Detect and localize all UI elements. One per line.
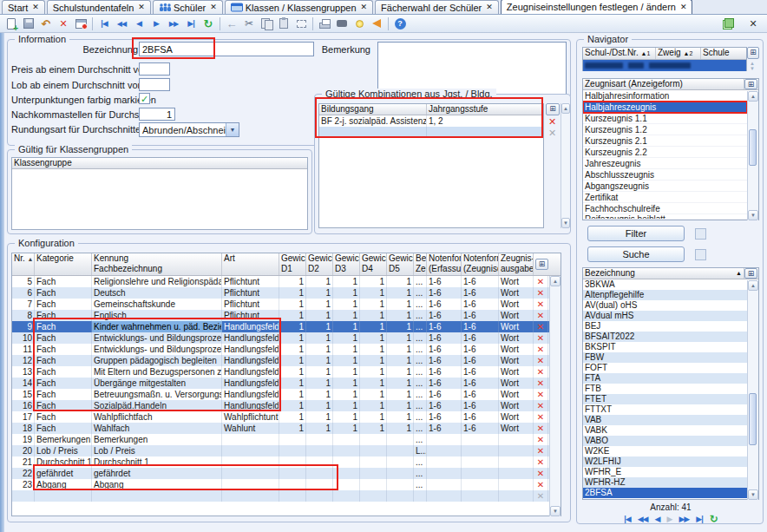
nav-prev-fast-button[interactable]: ◀◀: [638, 515, 648, 523]
bez-cell[interactable]: ...: [414, 423, 427, 434]
bezeichnung-item[interactable]: FTET: [583, 394, 747, 404]
bez-cell[interactable]: ...: [414, 299, 427, 310]
bezeichnung-item[interactable]: VABO: [583, 436, 747, 446]
bezeichnung-item[interactable]: FTB: [583, 384, 747, 394]
chevron-down-icon[interactable]: ▼: [226, 123, 239, 136]
zeugnisart-item[interactable]: Abschlusszeugnis: [583, 169, 747, 181]
scroll-up-icon[interactable]: ▲: [748, 91, 758, 102]
tab-faecherwahl[interactable]: Fächerwahl der Schüler ✕: [375, 0, 499, 14]
bezeichnung-item[interactable]: AVdual mHS: [583, 311, 747, 321]
undo-button[interactable]: ↶: [37, 16, 55, 31]
konfiguration-row[interactable]: 5 Fach Religionslehre und Religionspädag…: [12, 276, 560, 287]
suche-checkbox[interactable]: [695, 249, 706, 260]
konfiguration-row[interactable]: 12 Fach Gruppen pädagogisch begleiten Ha…: [12, 355, 560, 366]
col-schulnr[interactable]: Schul-/Dst.Nr. ▲1: [583, 48, 656, 59]
col-nr[interactable]: Nr. ▲: [12, 253, 35, 275]
tab-zeugniseinstellungen[interactable]: Zeugniseinstellungen festlegen / ändern …: [501, 0, 693, 14]
delete-row-button[interactable]: ✕: [534, 423, 548, 434]
tab-start[interactable]: Start ✕: [2, 0, 45, 14]
bez-cell[interactable]: L...: [414, 445, 427, 456]
tab-klassen[interactable]: Klassen / Klassengruppen ✕: [225, 0, 373, 14]
print-button[interactable]: [316, 16, 333, 31]
nav-next-fast-button[interactable]: ▶▶: [165, 16, 182, 31]
new-kombination-row[interactable]: [319, 127, 543, 138]
zeugnisart-item[interactable]: Zertifikat: [583, 192, 747, 203]
delete-row-button[interactable]: ✕: [534, 344, 548, 355]
delete-row-button[interactable]: ✕: [534, 400, 548, 411]
delete-row-button[interactable]: ✕: [534, 366, 548, 378]
preis-input[interactable]: [139, 62, 170, 76]
column-chooser-button[interactable]: ⊞: [546, 103, 560, 115]
bezeichnung-item[interactable]: VAB: [583, 415, 747, 425]
konfiguration-row[interactable]: 9 Fach Kinder wahrnehmen u. päd. Beziehu…: [12, 321, 560, 332]
school-scroll-icons[interactable]: ▲▼: [750, 61, 755, 71]
zeugnisart-item[interactable]: Halbjahresinformation: [583, 90, 747, 102]
filter-button[interactable]: Filter: [587, 226, 685, 241]
bezeichnung-item[interactable]: BFSAIT2022: [583, 332, 747, 342]
nachkomma-input[interactable]: [139, 108, 175, 121]
refresh-button[interactable]: ↻: [710, 513, 718, 525]
unterpunktungen-checkbox[interactable]: ✓: [139, 93, 150, 104]
bezeichnung-input[interactable]: [139, 42, 314, 56]
konfiguration-row[interactable]: 21 Durchschnitt 1 Durchschnitt 1 ...: [12, 456, 560, 468]
bez-cell[interactable]: ...: [414, 310, 427, 321]
bezeichnung-item[interactable]: W2LFHIJ: [583, 456, 747, 467]
nav-prev-button[interactable]: ◀: [655, 515, 660, 523]
tab-close-icon[interactable]: ✕: [361, 3, 368, 11]
zeugnisart-item[interactable]: Kurszeugnis 2.2: [583, 147, 747, 158]
copy-button[interactable]: [258, 16, 275, 31]
select-button[interactable]: [292, 16, 310, 31]
nav-last-button[interactable]: ▶|: [696, 515, 702, 523]
form-view-button[interactable]: [72, 16, 89, 31]
bezeichnung-item[interactable]: BEJ: [583, 321, 747, 332]
scroll-thumb[interactable]: [749, 129, 757, 166]
bez-cell[interactable]: ...: [414, 344, 427, 355]
bezeichnung-scrollbar[interactable]: ▲ ▼: [747, 280, 758, 500]
scroll-up-icon[interactable]: ▲: [561, 103, 570, 114]
bezeichnung-item[interactable]: WFHR_E: [583, 467, 747, 477]
konfiguration-row[interactable]: 13 Fach Mit Eltern und Bezugspersonen zu…: [12, 366, 560, 378]
nav-prev-fast-button[interactable]: ◀◀: [113, 16, 130, 31]
delete-row-button[interactable]: ✕: [546, 116, 559, 128]
bez-cell[interactable]: ...: [414, 400, 427, 411]
scroll-up-icon[interactable]: ▲: [550, 276, 560, 286]
nav-next-fast-button[interactable]: ▶▶: [678, 515, 689, 523]
delete-row-button[interactable]: ✕: [534, 321, 548, 332]
delete-row-button[interactable]: ✕: [534, 299, 548, 310]
col-jahrgangsstufe[interactable]: Jahrgangsstufe: [427, 104, 543, 115]
bezeichnung-item[interactable]: 2BFSA: [583, 488, 747, 498]
col-gewicht-d4[interactable]: GewichtD4: [360, 253, 387, 275]
new-konfiguration-row[interactable]: ✕: [12, 490, 560, 502]
zeugnisart-item[interactable]: Fachhochschulreife: [583, 203, 747, 214]
zeugnisart-item[interactable]: Kurszeugnis 2.1: [583, 135, 747, 147]
bezeichnung-item[interactable]: FBW: [583, 352, 747, 363]
scroll-thumb[interactable]: [749, 393, 757, 445]
konfiguration-row[interactable]: 8 Fach Englisch Pflichtunt 1 1 1 1 1 ...…: [12, 310, 560, 321]
bezeichnung-item[interactable]: VABK: [583, 425, 747, 436]
delete-row-button[interactable]: ✕: [534, 479, 548, 490]
nav-next-button[interactable]: ▶: [666, 515, 672, 523]
bez-cell[interactable]: ...: [414, 411, 427, 423]
bez-cell[interactable]: ...: [414, 479, 427, 490]
bezeichnung-item[interactable]: W2KE: [583, 446, 747, 456]
col-zweig[interactable]: Zweig ▲2: [656, 48, 701, 59]
col-notenformat-zeugnisdruck[interactable]: Notenformat(Zeugnisdruck): [462, 253, 499, 275]
delete-row-button[interactable]: ✕: [534, 468, 548, 479]
paste-button[interactable]: [275, 16, 292, 31]
scroll-down-icon[interactable]: ▼: [561, 218, 570, 228]
rundung-select[interactable]: Abrunden/Abschneiden ▼: [139, 122, 239, 137]
bez-cell[interactable]: ...: [414, 468, 427, 479]
col-klassengruppe[interactable]: Klassengruppe: [12, 158, 307, 168]
bezeichnung-item[interactable]: FOFT: [583, 363, 747, 373]
column-chooser-button[interactable]: ⊞: [744, 79, 757, 89]
bezeichnung-item[interactable]: FTTXT: [583, 404, 747, 415]
delete-row-button[interactable]: ✕: [534, 456, 548, 468]
col-gewicht-d1[interactable]: GewichtD1: [279, 253, 306, 275]
bezeichnung-item[interactable]: WFHR-HZ: [583, 477, 747, 488]
col-bezeichnung[interactable]: Bezeichnung ▲: [583, 268, 744, 279]
help-button[interactable]: ?: [391, 16, 409, 31]
delete-row-button[interactable]: ✕: [534, 378, 548, 389]
nav-first-button[interactable]: |◀: [624, 515, 630, 523]
col-art[interactable]: Art: [222, 253, 279, 275]
konfiguration-row[interactable]: 19 Bemerkungen Bemerkungen ... ✕: [12, 434, 560, 445]
